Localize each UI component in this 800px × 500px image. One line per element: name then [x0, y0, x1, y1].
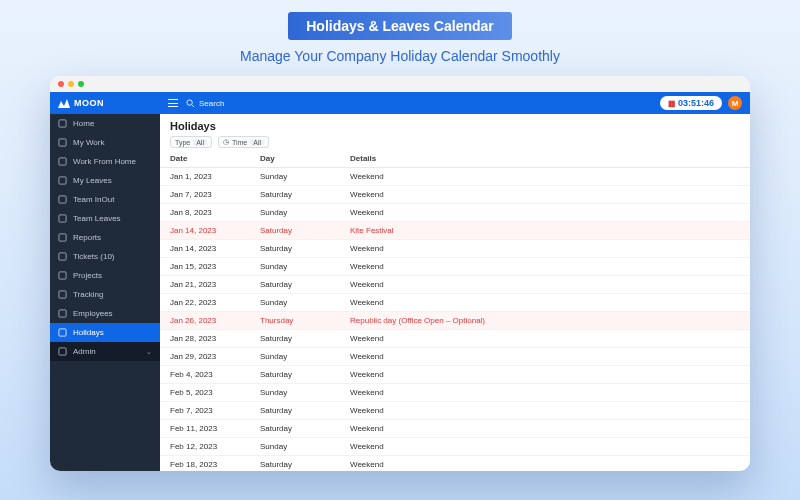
column-header[interactable]: Details: [340, 150, 750, 168]
timer-value: 03:51:46: [678, 98, 714, 108]
cell-date: Feb 4, 2023: [160, 366, 250, 384]
table-row[interactable]: Jan 14, 2023SaturdayKite Festival: [160, 222, 750, 240]
cell-date: Feb 11, 2023: [160, 420, 250, 438]
window-close-dot[interactable]: [58, 81, 64, 87]
cell-date: Jan 15, 2023: [160, 258, 250, 276]
table-row[interactable]: Jan 28, 2023SaturdayWeekend: [160, 330, 750, 348]
timer-pill[interactable]: ▮▮ 03:51:46: [660, 96, 722, 110]
window-titlebar: [50, 76, 750, 92]
sidebar-item-label: Tickets (10): [73, 252, 115, 261]
sidebar-item-label: My Leaves: [73, 176, 112, 185]
person-icon: [58, 309, 67, 318]
window-minimize-dot[interactable]: [68, 81, 74, 87]
cell-details: Weekend: [340, 258, 750, 276]
cell-details: Weekend: [340, 402, 750, 420]
sidebar-item-label: Reports: [73, 233, 101, 242]
cell-details: Weekend: [340, 456, 750, 472]
search-box[interactable]: Search: [186, 99, 224, 108]
ticket-icon: [58, 252, 67, 261]
window-zoom-dot[interactable]: [78, 81, 84, 87]
cell-date: Jan 22, 2023: [160, 294, 250, 312]
sidebar-item-my-work[interactable]: My Work: [50, 133, 160, 152]
pause-icon: ▮▮: [668, 99, 674, 108]
clock-icon: [58, 138, 67, 147]
svg-rect-10: [59, 310, 66, 317]
cell-details: Weekend: [340, 240, 750, 258]
sidebar-item-projects[interactable]: Projects: [50, 266, 160, 285]
sidebar-item-admin[interactable]: Admin⌄: [50, 342, 160, 361]
sidebar-item-label: Holidays: [73, 328, 104, 337]
cell-date: Jan 8, 2023: [160, 204, 250, 222]
promo-banner: Holidays & Leaves Calendar: [288, 12, 512, 40]
cell-date: Jan 1, 2023: [160, 168, 250, 186]
table-row[interactable]: Feb 5, 2023SundayWeekend: [160, 384, 750, 402]
sidebar-item-label: Employees: [73, 309, 113, 318]
sidebar-nav: HomeMy WorkWork From HomeMy LeavesTeam I…: [50, 114, 160, 471]
table-row[interactable]: Feb 7, 2023SaturdayWeekend: [160, 402, 750, 420]
filter-time-label: Time: [232, 139, 247, 146]
table-row[interactable]: Jan 15, 2023SundayWeekend: [160, 258, 750, 276]
table-row[interactable]: Jan 22, 2023SundayWeekend: [160, 294, 750, 312]
sidebar-item-home[interactable]: Home: [50, 114, 160, 133]
svg-line-14: [192, 104, 194, 106]
menu-toggle-icon[interactable]: [168, 99, 178, 107]
topbar: Search ▮▮ 03:51:46 M: [160, 92, 750, 114]
sidebar-item-label: My Work: [73, 138, 104, 147]
clock-icon: ◷: [223, 138, 229, 146]
cell-details: Weekend: [340, 348, 750, 366]
sidebar-item-employees[interactable]: Employees: [50, 304, 160, 323]
sidebar-item-label: Team Leaves: [73, 214, 121, 223]
user-avatar[interactable]: M: [728, 96, 742, 110]
calendar-icon: [58, 176, 67, 185]
column-header[interactable]: Date: [160, 150, 250, 168]
cell-details: Weekend: [340, 276, 750, 294]
cell-date: Jan 26, 2023: [160, 312, 250, 330]
sidebar-item-tickets[interactable]: Tickets (10): [50, 247, 160, 266]
column-header[interactable]: Day: [250, 150, 340, 168]
table-row[interactable]: Feb 12, 2023SundayWeekend: [160, 438, 750, 456]
svg-rect-6: [59, 234, 66, 241]
cell-day: Sunday: [250, 438, 340, 456]
cell-day: Saturday: [250, 186, 340, 204]
cell-day: Sunday: [250, 294, 340, 312]
folder-icon: [58, 271, 67, 280]
cell-date: Jan 28, 2023: [160, 330, 250, 348]
table-row[interactable]: Feb 11, 2023SaturdayWeekend: [160, 420, 750, 438]
sidebar-item-tracking[interactable]: Tracking: [50, 285, 160, 304]
svg-rect-7: [59, 253, 66, 260]
cell-day: Saturday: [250, 276, 340, 294]
table-row[interactable]: Jan 8, 2023SundayWeekend: [160, 204, 750, 222]
sidebar-item-team-leaves[interactable]: Team Leaves: [50, 209, 160, 228]
cell-date: Jan 7, 2023: [160, 186, 250, 204]
brand-logo[interactable]: MOON: [50, 92, 160, 114]
filter-type-label: Type: [175, 139, 190, 146]
cell-details: Weekend: [340, 168, 750, 186]
chart-icon: [58, 233, 67, 242]
filter-time[interactable]: ◷ Time All: [218, 136, 269, 148]
search-icon: [186, 99, 195, 108]
sidebar-item-holidays[interactable]: Holidays: [50, 323, 160, 342]
svg-rect-2: [59, 158, 66, 165]
cell-details: Kite Festival: [340, 222, 750, 240]
table-row[interactable]: Jan 21, 2023SaturdayWeekend: [160, 276, 750, 294]
filter-type[interactable]: Type All: [170, 136, 212, 148]
table-row[interactable]: Jan 1, 2023SundayWeekend: [160, 168, 750, 186]
holidays-table-scroll[interactable]: DateDayDetails Jan 1, 2023SundayWeekendJ…: [160, 150, 750, 471]
table-row[interactable]: Feb 4, 2023SaturdayWeekend: [160, 366, 750, 384]
users-icon: [58, 195, 67, 204]
table-row[interactable]: Jan 14, 2023SaturdayWeekend: [160, 240, 750, 258]
svg-rect-11: [59, 329, 66, 336]
sidebar-item-team-inout[interactable]: Team InOut: [50, 190, 160, 209]
table-row[interactable]: Jan 7, 2023SaturdayWeekend: [160, 186, 750, 204]
moon-logo-icon: [58, 98, 70, 108]
table-row[interactable]: Jan 26, 2023ThursdayRepublic day (Office…: [160, 312, 750, 330]
table-row[interactable]: Feb 18, 2023SaturdayWeekend: [160, 456, 750, 472]
table-row[interactable]: Jan 29, 2023SundayWeekend: [160, 348, 750, 366]
sidebar-item-reports[interactable]: Reports: [50, 228, 160, 247]
cell-details: Weekend: [340, 294, 750, 312]
cell-date: Jan 29, 2023: [160, 348, 250, 366]
sidebar-item-my-leaves[interactable]: My Leaves: [50, 171, 160, 190]
sidebar-item-wfh[interactable]: Work From Home: [50, 152, 160, 171]
holidays-table: DateDayDetails Jan 1, 2023SundayWeekendJ…: [160, 150, 750, 471]
cell-day: Saturday: [250, 420, 340, 438]
